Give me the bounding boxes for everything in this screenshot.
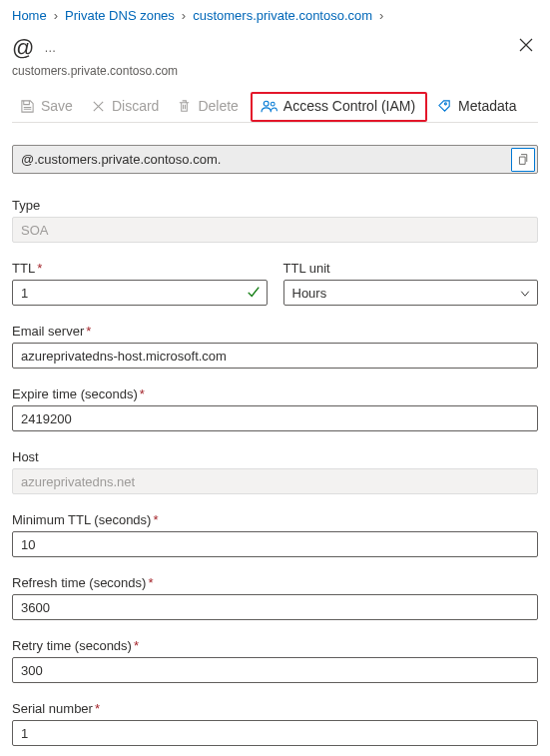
page-title: @ xyxy=(12,35,34,61)
min-ttl-field[interactable]: 10 xyxy=(12,531,538,557)
breadcrumb-home[interactable]: Home xyxy=(12,8,47,23)
retry-label: Retry time (seconds)* xyxy=(12,638,538,653)
svg-point-1 xyxy=(271,102,275,106)
access-control-label: Access Control (IAM) xyxy=(283,98,415,114)
discard-label: Discard xyxy=(112,98,159,114)
metadata-button[interactable]: Metadata xyxy=(429,92,526,122)
min-ttl-label: Minimum TTL (seconds)* xyxy=(12,512,538,527)
expire-label: Expire time (seconds)* xyxy=(12,386,538,401)
ttl-field[interactable]: 1 xyxy=(12,280,268,306)
serial-label: Serial number* xyxy=(12,701,538,716)
svg-point-0 xyxy=(264,101,269,106)
metadata-label: Metadata xyxy=(458,98,516,114)
toolbar: Save Discard Delete Access Control (IAM)… xyxy=(12,92,538,123)
tag-icon xyxy=(437,99,452,114)
type-label: Type xyxy=(12,198,538,213)
page-subtitle: customers.private.contoso.com xyxy=(12,64,538,78)
email-label: Email server* xyxy=(12,324,538,339)
chevron-right-icon: › xyxy=(379,8,383,23)
breadcrumb-level2[interactable]: customers.private.contoso.com xyxy=(193,8,372,23)
ttl-label: TTL* xyxy=(12,261,268,276)
trash-icon xyxy=(177,99,192,114)
fqdn-display: @.customers.private.contoso.com. xyxy=(12,145,538,174)
save-button[interactable]: Save xyxy=(12,92,83,122)
serial-field[interactable]: 1 xyxy=(12,720,538,746)
delete-label: Delete xyxy=(198,98,238,114)
chevron-down-icon xyxy=(519,288,531,303)
breadcrumb: Home › Private DNS zones › customers.pri… xyxy=(12,8,538,23)
save-label: Save xyxy=(41,98,73,114)
copy-button[interactable] xyxy=(511,148,535,172)
retry-field[interactable]: 300 xyxy=(12,657,538,683)
copy-icon xyxy=(517,153,530,166)
host-label: Host xyxy=(12,449,538,464)
ttl-unit-select[interactable]: Hours xyxy=(283,280,539,306)
people-icon xyxy=(261,99,277,114)
delete-button[interactable]: Delete xyxy=(169,92,248,122)
email-field[interactable]: azureprivatedns-host.microsoft.com xyxy=(12,343,538,369)
save-icon xyxy=(20,99,35,114)
refresh-label: Refresh time (seconds)* xyxy=(12,575,538,590)
chevron-right-icon: › xyxy=(54,8,58,23)
breadcrumb-level1[interactable]: Private DNS zones xyxy=(65,8,175,23)
fqdn-value: @.customers.private.contoso.com. xyxy=(21,152,221,167)
refresh-field[interactable]: 3600 xyxy=(12,594,538,620)
ttl-unit-label: TTL unit xyxy=(283,261,539,276)
discard-button[interactable]: Discard xyxy=(83,92,169,122)
discard-icon xyxy=(91,99,106,114)
check-icon xyxy=(247,285,261,302)
close-icon[interactable] xyxy=(514,33,538,62)
chevron-right-icon: › xyxy=(182,8,186,23)
access-control-button[interactable]: Access Control (IAM) xyxy=(251,92,427,122)
more-icon[interactable]: … xyxy=(44,41,56,55)
expire-field[interactable]: 2419200 xyxy=(12,405,538,431)
type-field: SOA xyxy=(12,217,538,243)
host-field: azureprivatedns.net xyxy=(12,468,538,494)
